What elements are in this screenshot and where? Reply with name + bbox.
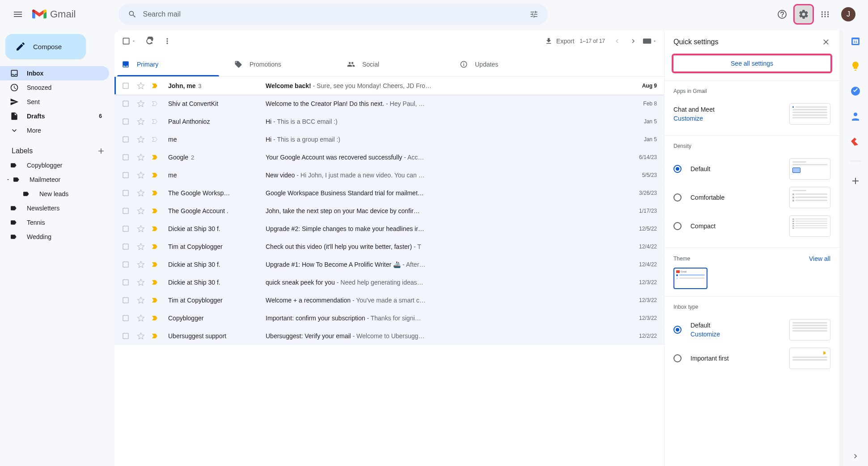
row-checkbox[interactable] <box>122 171 131 179</box>
row-star[interactable] <box>137 82 146 90</box>
label-wedding[interactable]: Wedding <box>0 230 114 244</box>
nav-inbox[interactable]: Inbox <box>0 66 109 80</box>
row-important[interactable] <box>151 243 160 250</box>
row-important[interactable] <box>151 154 160 161</box>
next-page-button[interactable] <box>629 37 637 45</box>
nav-snoozed[interactable]: Snoozed <box>0 80 109 95</box>
row-star[interactable] <box>137 314 146 322</box>
density-comfortable[interactable]: Comfortable <box>673 183 830 212</box>
row-star[interactable] <box>137 243 146 251</box>
row-checkbox[interactable] <box>122 278 131 286</box>
row-star[interactable] <box>137 171 146 179</box>
tab-primary[interactable]: Primary <box>114 52 227 76</box>
row-checkbox[interactable] <box>122 260 131 269</box>
row-checkbox[interactable] <box>122 296 131 304</box>
refresh-button[interactable] <box>145 37 154 46</box>
row-checkbox[interactable] <box>122 153 131 161</box>
row-star[interactable] <box>137 100 146 108</box>
row-checkbox[interactable] <box>122 189 131 197</box>
row-checkbox[interactable] <box>122 82 131 90</box>
addon-app-button[interactable] <box>850 136 861 147</box>
contacts-app-button[interactable] <box>850 111 861 122</box>
row-checkbox[interactable] <box>122 118 131 126</box>
row-checkbox[interactable] <box>122 225 131 233</box>
tab-promotions[interactable]: Promotions <box>227 52 340 76</box>
email-row[interactable]: Dickie at Ship 30 f. quick sneak peek fo… <box>114 273 664 291</box>
density-compact[interactable]: Compact <box>673 212 830 240</box>
see-all-settings-button[interactable]: See all settings <box>672 54 832 73</box>
more-button[interactable] <box>163 37 172 46</box>
row-checkbox[interactable] <box>122 135 131 143</box>
label-newsletters[interactable]: Newsletters <box>0 201 114 215</box>
row-important[interactable] <box>151 172 160 179</box>
collapse-panel-button[interactable] <box>851 452 860 461</box>
keep-app-button[interactable] <box>850 61 861 71</box>
account-avatar[interactable]: J <box>841 7 855 21</box>
row-important[interactable] <box>151 279 160 286</box>
row-star[interactable] <box>137 225 146 233</box>
main-menu-button[interactable] <box>7 4 29 25</box>
row-important[interactable] <box>151 297 160 304</box>
label-copyblogger[interactable]: Copyblogger <box>0 158 114 172</box>
row-star[interactable] <box>137 332 146 340</box>
row-important[interactable] <box>151 100 160 107</box>
tab-social[interactable]: Social <box>340 52 453 76</box>
row-checkbox[interactable] <box>122 100 131 108</box>
email-row[interactable]: Dickie at Ship 30 f. Upgrade #1: How To … <box>114 256 664 273</box>
prev-page-button[interactable] <box>613 37 621 45</box>
input-tools-button[interactable] <box>643 38 657 44</box>
email-row[interactable]: Shiv at ConvertKit Welcome to the Creato… <box>114 95 664 113</box>
inbox-type-important[interactable]: Important first <box>673 344 830 373</box>
get-addons-button[interactable] <box>850 176 861 186</box>
compose-button[interactable]: Compose <box>5 34 86 59</box>
email-row[interactable]: Tim at Copyblogger Welcome + a recommend… <box>114 291 664 309</box>
email-row[interactable]: Copyblogger Important: confirm your subs… <box>114 309 664 327</box>
row-star[interactable] <box>137 135 146 143</box>
email-row[interactable]: Paul Anthonioz Hi - This is a BCC email … <box>114 113 664 130</box>
customize-chat-button[interactable]: Customize <box>673 115 789 122</box>
row-checkbox[interactable] <box>122 207 131 215</box>
row-important[interactable] <box>151 189 160 197</box>
density-default[interactable]: Default <box>673 155 830 183</box>
calendar-app-button[interactable]: 31 <box>850 36 861 46</box>
search-options-button[interactable] <box>524 10 544 19</box>
row-important[interactable] <box>151 332 160 340</box>
nav-more[interactable]: More <box>0 123 109 138</box>
row-checkbox[interactable] <box>122 243 131 251</box>
customize-inbox-button[interactable]: Customize <box>690 331 789 338</box>
row-important[interactable] <box>151 136 160 143</box>
email-row[interactable]: Dickie at Ship 30 f. Upgrade #2: Simple … <box>114 220 664 238</box>
close-quick-settings-button[interactable] <box>821 38 830 46</box>
search-input[interactable] <box>143 10 524 18</box>
theme-thumbnail[interactable]: Gmail <box>673 268 707 289</box>
tab-updates[interactable]: Updates <box>453 52 565 76</box>
nav-drafts[interactable]: Drafts6 <box>0 109 109 123</box>
search-bar[interactable] <box>119 4 548 25</box>
row-important[interactable] <box>151 315 160 322</box>
email-row[interactable]: Ubersuggest support Ubersuggest: Verify … <box>114 327 664 345</box>
email-row[interactable]: The Google Worksp… Google Workspace Busi… <box>114 184 664 202</box>
tasks-app-button[interactable] <box>850 86 861 97</box>
label-new-leads[interactable]: New leads <box>0 187 114 201</box>
row-star[interactable] <box>137 118 146 126</box>
inbox-type-default[interactable]: Default Customize <box>673 315 830 344</box>
support-button[interactable] <box>773 5 791 23</box>
row-star[interactable] <box>137 260 146 269</box>
label-mailmeteor[interactable]: Mailmeteor <box>0 172 114 187</box>
row-important[interactable] <box>151 261 160 268</box>
google-apps-button[interactable] <box>816 5 834 23</box>
email-row[interactable]: Tim at Copyblogger Check out this video … <box>114 238 664 256</box>
row-checkbox[interactable] <box>122 314 131 322</box>
row-important[interactable] <box>151 225 160 232</box>
gmail-logo[interactable]: Gmail <box>32 8 76 20</box>
row-important[interactable] <box>151 207 160 214</box>
nav-sent[interactable]: Sent <box>0 95 109 109</box>
settings-button[interactable] <box>795 5 813 23</box>
row-star[interactable] <box>137 189 146 197</box>
row-important[interactable] <box>151 118 160 125</box>
email-row[interactable]: John, me 3 Welcome back! - Sure, see you… <box>114 77 664 95</box>
email-row[interactable]: Google 2 Your Google Account was recover… <box>114 148 664 166</box>
row-important[interactable] <box>151 82 160 89</box>
email-row[interactable]: The Google Account . John, take the next… <box>114 202 664 220</box>
email-row[interactable]: me Hi - This is a group email :) Jan 5 <box>114 130 664 148</box>
